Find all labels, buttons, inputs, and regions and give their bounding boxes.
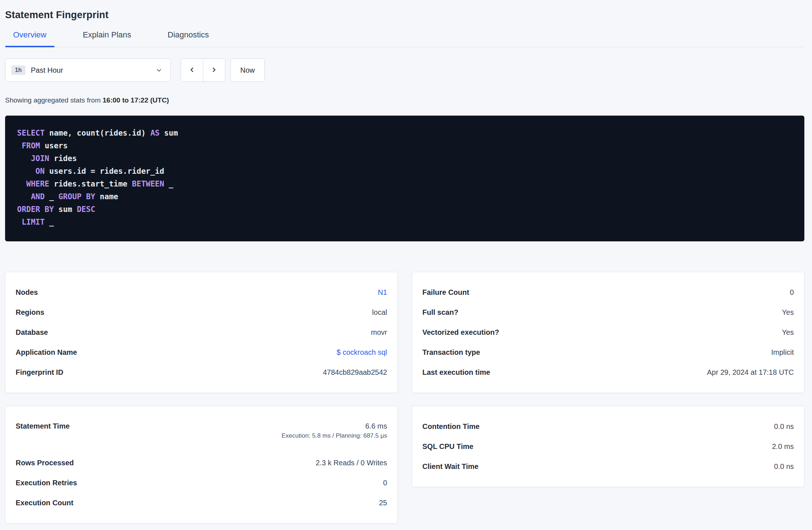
row-label: Execution Count	[16, 499, 73, 507]
row-value-wrap: movr	[371, 328, 387, 337]
tab-explain-plans[interactable]: Explain Plans	[75, 31, 139, 47]
row-label: Application Name	[16, 348, 77, 357]
row-label: Failure Count	[422, 288, 469, 297]
row-value: Yes	[782, 308, 794, 316]
row-label: Statement Time	[16, 422, 70, 430]
row-value-wrap: 2.0 ms	[772, 442, 794, 451]
page-title: Statement Fingerprint	[5, 9, 804, 21]
sql-text	[17, 141, 22, 150]
sql-keyword: DESC	[77, 205, 95, 214]
tab-diagnostics[interactable]: Diagnostics	[160, 31, 217, 47]
now-button[interactable]: Now	[230, 59, 265, 82]
time-range-label: Past Hour	[31, 66, 63, 75]
statement-fingerprint-page: Statement Fingerprint Overview Explain P…	[0, 0, 812, 527]
row-value: Yes	[782, 328, 794, 336]
card-row: Fingerprint ID4784cb829aab2542	[16, 362, 387, 382]
execution-attributes-card: Failure Count0Full scan?YesVectorized ex…	[412, 272, 804, 393]
row-value-wrap: 4784cb829aab2542	[323, 368, 387, 377]
sql-keyword: GROUP BY	[59, 192, 95, 201]
chevron-left-icon	[188, 66, 196, 75]
card-row: Failure Count0	[422, 282, 794, 302]
row-value: 6.6 ms	[365, 422, 387, 430]
row-value-link[interactable]: N1	[378, 288, 387, 296]
caption-time-range: 16:00 to 17:22 (UTC)	[102, 96, 169, 104]
card-row: Vectorized execution?Yes	[422, 322, 794, 342]
row-value-wrap: Apr 29, 2024 at 17:18 UTC	[707, 368, 794, 377]
sql-keyword: AND	[31, 192, 45, 201]
card-row: Client Wait Time0.0 ns	[422, 457, 794, 477]
next-interval-button[interactable]	[203, 59, 225, 82]
tab-overview[interactable]: Overview	[5, 31, 55, 47]
row-value: 25	[379, 499, 387, 507]
sql-text: _	[164, 180, 173, 188]
previous-interval-button[interactable]	[181, 59, 203, 82]
row-value-wrap: 0	[790, 288, 794, 297]
sql-keyword: JOIN	[31, 154, 49, 163]
card-row: Application Name$ cockroach sql	[16, 342, 387, 362]
time-range-badge: 1h	[11, 65, 25, 75]
sql-text: sum	[160, 129, 178, 137]
card-row: Databasemovr	[16, 322, 387, 342]
row-value: 4784cb829aab2542	[323, 368, 387, 376]
sql-keyword: FROM	[22, 141, 40, 150]
card-row: Execution Count25	[16, 493, 387, 513]
card-row: Transaction typeImplicit	[422, 342, 794, 362]
row-sub-value: Execution: 5.8 ms / Planning: 687.5 µs	[282, 432, 387, 439]
row-value-wrap: 0.0 ns	[774, 462, 794, 471]
card-row: Rows Processed2.3 k Reads / 0 Writes	[16, 453, 387, 473]
chevron-down-icon	[156, 67, 162, 74]
row-value-wrap: N1	[378, 288, 387, 297]
row-value-link[interactable]: $ cockroach sql	[337, 348, 387, 356]
sql-text: users	[40, 141, 68, 150]
sql-text	[17, 154, 31, 163]
time-interval-dropdown[interactable]: 1h Past Hour	[5, 59, 171, 82]
sql-text: users.id = rides.rider_id	[45, 167, 164, 176]
sql-text: name	[95, 192, 118, 201]
sql-text: sum	[54, 205, 77, 214]
sql-line: WHERE rides.start_time BETWEEN _	[17, 178, 792, 190]
row-label: SQL CPU Time	[422, 442, 473, 451]
row-label: Vectorized execution?	[422, 328, 499, 337]
sql-keyword: ON	[36, 167, 45, 176]
sql-keyword: AS	[150, 129, 160, 137]
sql-text	[17, 180, 26, 188]
card-row: Execution Retries0	[16, 473, 387, 493]
row-value: 0.0 ns	[774, 422, 794, 430]
sql-keyword: SELECT	[17, 129, 45, 137]
row-value-wrap: 0.0 ns	[774, 422, 794, 431]
row-label: Transaction type	[422, 348, 480, 357]
row-label: Full scan?	[422, 308, 458, 317]
row-value-wrap: Implicit	[771, 348, 794, 357]
wait-times-card: Contention Time0.0 nsSQL CPU Time2.0 msC…	[412, 406, 804, 487]
sql-statement: SELECT name, count(rides.id) AS sum FROM…	[17, 127, 792, 229]
row-label: Database	[16, 328, 48, 337]
sql-text	[17, 167, 36, 176]
row-value: 2.0 ms	[772, 442, 794, 450]
row-value: local	[372, 308, 387, 316]
sql-text: rides	[49, 154, 77, 163]
sql-text: name, count(rides.id)	[45, 129, 150, 137]
sql-line: FROM users	[17, 140, 792, 152]
row-value: Implicit	[771, 348, 794, 356]
aggregated-stats-caption: Showing aggregated stats from 16:00 to 1…	[5, 96, 804, 104]
card-row: NodesN1	[16, 282, 387, 302]
row-value-wrap: local	[372, 308, 387, 317]
row-label: Regions	[16, 308, 44, 317]
tab-bar: Overview Explain Plans Diagnostics	[5, 31, 804, 47]
row-value-wrap: 2.3 k Reads / 0 Writes	[316, 459, 387, 467]
card-row: Statement Time6.6 msExecution: 5.8 ms / …	[16, 417, 387, 453]
row-label: Execution Retries	[16, 479, 77, 487]
time-pager	[181, 59, 225, 82]
row-value: 0.0 ns	[774, 462, 794, 470]
row-label: Rows Processed	[16, 459, 74, 467]
time-controls: 1h Past Hour Now	[5, 59, 804, 82]
sql-line: ORDER BY sum DESC	[17, 203, 792, 216]
sql-text	[17, 192, 31, 201]
row-value-wrap: 6.6 msExecution: 5.8 ms / Planning: 687.…	[282, 422, 387, 439]
sql-text	[17, 218, 22, 226]
sql-keyword: LIMIT	[22, 218, 45, 226]
row-label: Client Wait Time	[422, 462, 478, 471]
card-row: SQL CPU Time2.0 ms	[422, 437, 794, 457]
sql-keyword: BETWEEN	[132, 180, 164, 188]
statement-details-card: NodesN1RegionslocalDatabasemovrApplicati…	[5, 272, 398, 393]
